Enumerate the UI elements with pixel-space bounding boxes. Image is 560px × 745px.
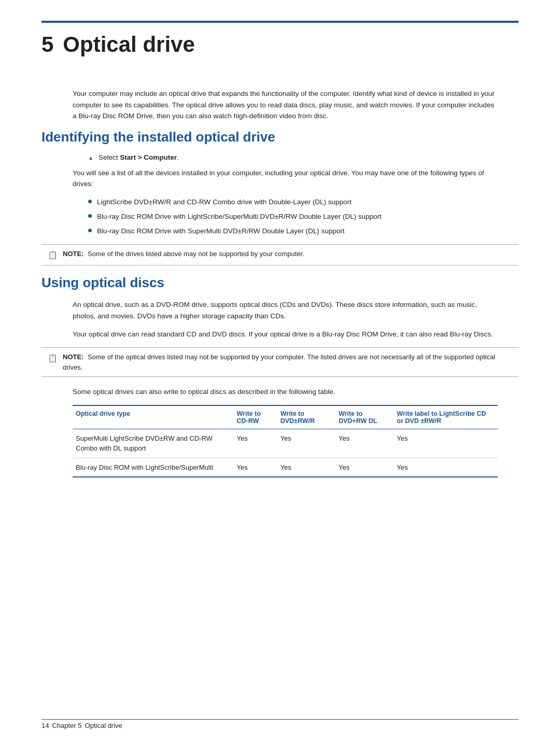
row1-drive-type: SuperMulti LightScribe DVD±RW and CD-RW … xyxy=(73,429,234,458)
page: 5 Optical drive Your computer may includ… xyxy=(0,0,560,745)
bullet-text-2: Blu-ray Disc ROM Drive with LightScribe/… xyxy=(97,212,382,222)
footer-content: 14 Chapter 5 Optical drive xyxy=(41,722,519,729)
intro-paragraph: Your computer may include an optical dri… xyxy=(73,88,498,122)
col-header-write-cd-rw: Write to CD-RW xyxy=(234,406,277,429)
note-box-2: 📋 NOTE: Some of the optical drives liste… xyxy=(41,347,519,377)
triangle-instruction: Select Start > Computer. xyxy=(99,153,179,161)
section1-heading: Identifying the installed optical drive xyxy=(41,129,519,145)
footer-chapter-title: Optical drive xyxy=(85,722,122,729)
row2-write-cd-rw: Yes xyxy=(234,458,277,477)
bullet-text-3: Blu-ray Disc ROM Drive with SuperMulti D… xyxy=(97,226,345,236)
row2-write-dvd-rw-dl: Yes xyxy=(335,458,394,477)
section2-heading: Using optical discs xyxy=(41,275,519,291)
note-icon-1: 📋 xyxy=(48,249,58,261)
col-header-write-dvd-rw: Write to DVD±RW/R xyxy=(277,406,335,429)
footer-chapter-ref: Chapter 5 xyxy=(52,722,81,729)
chapter-title: 5 Optical drive xyxy=(41,32,519,57)
bullet-dot-3 xyxy=(88,229,92,232)
row1-write-dvd-rw-dl: Yes xyxy=(335,429,394,458)
triangle-icon: ▲ xyxy=(88,155,93,161)
bullet-dot-1 xyxy=(88,200,92,203)
bullet-list: LightScribe DVD±RW/R and CD-RW Combo dri… xyxy=(88,197,519,237)
footer-page-number: 14 xyxy=(41,722,49,729)
note-text-2: NOTE: Some of the optical drives listed … xyxy=(63,352,512,372)
section2-body1: An optical drive, such as a DVD-ROM driv… xyxy=(73,299,498,321)
section-identifying: Identifying the installed optical drive … xyxy=(41,129,519,265)
optical-drive-table: Optical drive type Write to CD-RW Write … xyxy=(73,406,498,478)
table-intro-text: Some optical drives can also write to op… xyxy=(73,386,498,398)
footer-rule xyxy=(41,719,519,720)
row1-write-dvd-rw: Yes xyxy=(277,429,335,458)
triangle-item: ▲ Select Start > Computer. xyxy=(88,153,519,161)
page-footer: 14 Chapter 5 Optical drive xyxy=(41,719,519,729)
note-text-1: NOTE: Some of the drives listed above ma… xyxy=(63,249,304,259)
table-header-row: Optical drive type Write to CD-RW Write … xyxy=(73,406,498,429)
table-row-1: SuperMulti LightScribe DVD±RW and CD-RW … xyxy=(73,429,498,458)
col-header-drive-type: Optical drive type xyxy=(73,406,234,429)
bullet-text-1: LightScribe DVD±RW/R and CD-RW Combo dri… xyxy=(97,197,352,207)
bullet-item-2: Blu-ray Disc ROM Drive with LightScribe/… xyxy=(88,212,519,222)
section1-body: You will see a list of all the devices i… xyxy=(73,167,498,190)
note-label-2: NOTE: xyxy=(63,353,83,361)
note-box-1: 📋 NOTE: Some of the drives listed above … xyxy=(41,244,519,266)
row2-write-label: Yes xyxy=(394,458,498,477)
chapter-title-text: Optical drive xyxy=(63,32,194,57)
col-header-write-label: Write label to LightScribe CD or DVD ±RW… xyxy=(394,406,498,429)
note-label-1: NOTE: xyxy=(63,250,83,258)
row2-write-dvd-rw: Yes xyxy=(277,458,335,477)
chapter-number: 5 xyxy=(41,32,53,57)
section2-body2: Your optical drive can read standard CD … xyxy=(73,329,498,340)
bullet-item-1: LightScribe DVD±RW/R and CD-RW Combo dri… xyxy=(88,197,519,207)
optical-drive-table-wrapper: Optical drive type Write to CD-RW Write … xyxy=(73,405,498,478)
triangle-list: ▲ Select Start > Computer. xyxy=(88,153,519,161)
row1-write-label: Yes xyxy=(394,429,498,458)
table-row-2: Blu-ray Disc ROM with LightScribe/SuperM… xyxy=(73,458,498,477)
bullet-dot-2 xyxy=(88,214,92,218)
bullet-item-3: Blu-ray Disc ROM Drive with SuperMulti D… xyxy=(88,226,519,236)
row1-write-cd-rw: Yes xyxy=(234,429,277,458)
row2-drive-type: Blu-ray Disc ROM with LightScribe/SuperM… xyxy=(73,458,234,477)
section-using: Using optical discs An optical drive, su… xyxy=(41,275,519,477)
chapter-header: 5 Optical drive xyxy=(41,21,519,57)
col-header-write-dvd-rw-dl: Write to DVD+RW DL xyxy=(335,406,394,429)
note-icon-2: 📋 xyxy=(48,353,58,364)
